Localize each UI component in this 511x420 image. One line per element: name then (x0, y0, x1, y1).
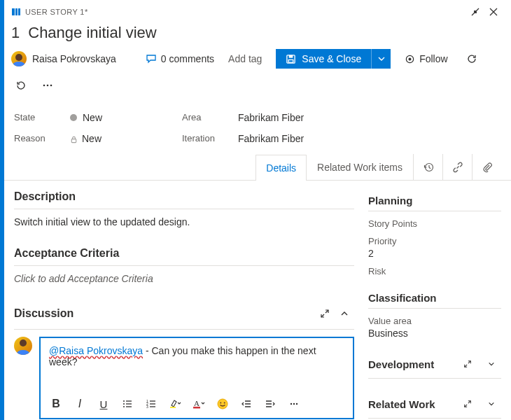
svg-rect-4 (289, 55, 293, 57)
svg-point-14 (123, 403, 125, 405)
editor-outdent-button[interactable] (237, 394, 256, 414)
discussion-collapse-icon[interactable] (335, 304, 354, 323)
related-work-heading: Related Work (368, 398, 454, 410)
editor-numbered-list-button[interactable]: 123 (141, 394, 161, 414)
editor-underline-button[interactable]: U (94, 394, 113, 414)
refresh-icon[interactable] (462, 49, 482, 69)
comments-label: 0 comments (161, 53, 214, 64)
state-field[interactable]: New (70, 112, 182, 123)
svg-point-10 (50, 85, 52, 87)
svg-point-26 (293, 403, 295, 405)
editor-indent-button[interactable] (260, 394, 280, 414)
work-item-type-icon (11, 7, 21, 17)
svg-point-23 (220, 402, 221, 404)
assignee-picker[interactable]: Raisa Pokrovskaya (11, 51, 116, 66)
comments-button[interactable]: 0 comments (146, 53, 214, 64)
tab-history-icon[interactable] (413, 154, 442, 180)
svg-rect-2 (18, 8, 20, 15)
description-heading: Description (14, 190, 354, 209)
editor-font-color-button[interactable]: A (189, 394, 209, 414)
editor-emoji-button[interactable] (213, 394, 232, 414)
save-and-close-button[interactable]: Save & Close (276, 49, 371, 69)
priority-field[interactable]: 2 (368, 248, 501, 259)
revert-icon[interactable] (11, 76, 31, 95)
add-tag-button[interactable]: Add tag (221, 50, 269, 67)
restore-window-icon[interactable] (468, 4, 483, 20)
value-area-field[interactable]: Business (368, 328, 501, 339)
svg-point-27 (296, 403, 298, 405)
iteration-field[interactable]: Fabrikam Fiber (238, 133, 501, 144)
planning-heading: Planning (368, 195, 501, 206)
editor-highlight-button[interactable] (165, 394, 185, 414)
development-expand-icon[interactable] (458, 354, 477, 374)
mention[interactable]: @Raisa Pokrovskaya (49, 345, 143, 356)
editor-bulleted-list-button[interactable] (118, 394, 137, 414)
svg-text:A: A (194, 399, 200, 407)
related-expand-icon[interactable] (458, 394, 477, 414)
assignee-name: Raisa Pokrovskaya (32, 53, 116, 64)
tab-related-work-items[interactable]: Related Work items (307, 154, 413, 180)
editor-more-button[interactable] (284, 394, 304, 414)
tab-details[interactable]: Details (255, 155, 307, 181)
save-button-label: Save & Close (302, 53, 361, 64)
svg-rect-19 (170, 407, 176, 408)
iteration-label: Iteration (182, 133, 238, 144)
svg-point-8 (43, 85, 46, 87)
tab-links-icon[interactable] (442, 154, 472, 180)
priority-label: Priority (368, 236, 501, 246)
development-heading: Development (368, 358, 454, 370)
acceptance-criteria-placeholder[interactable]: Click to add Acceptance Criteria (14, 273, 354, 284)
save-dropdown-button[interactable] (371, 49, 391, 69)
work-item-id: 1 (11, 24, 20, 42)
description-content[interactable]: Switch initial view to the updated desig… (14, 216, 354, 227)
value-area-label: Value area (368, 316, 501, 326)
svg-point-22 (218, 399, 227, 409)
svg-rect-11 (71, 139, 76, 142)
area-label: Area (182, 112, 238, 123)
development-chevron-icon[interactable] (482, 354, 501, 374)
follow-label: Follow (419, 53, 447, 64)
risk-label: Risk (368, 266, 501, 276)
state-label: State (14, 112, 70, 123)
state-dot-icon (70, 114, 77, 121)
more-actions-icon[interactable] (38, 76, 57, 95)
svg-rect-5 (289, 59, 294, 62)
svg-point-24 (224, 402, 225, 404)
discussion-editor[interactable]: @Raisa Pokrovskaya - Can you make this h… (39, 337, 354, 419)
work-item-title[interactable]: Change initial view (28, 24, 156, 42)
close-icon[interactable] (486, 4, 501, 20)
reason-field[interactable]: New (70, 133, 182, 144)
classification-heading: Classification (368, 292, 501, 304)
editor-bold-button[interactable]: B (46, 394, 66, 414)
svg-text:3: 3 (146, 405, 148, 409)
svg-point-15 (123, 406, 125, 407)
reason-label: Reason (14, 133, 70, 144)
work-item-type-label: USER STORY 1* (25, 8, 88, 16)
discussion-heading: Discussion (14, 307, 315, 320)
discussion-expand-icon[interactable] (315, 304, 335, 323)
svg-point-25 (290, 403, 292, 405)
follow-button[interactable]: Follow (398, 50, 454, 67)
svg-point-9 (47, 85, 49, 87)
editor-italic-button[interactable]: I (70, 394, 90, 414)
svg-point-7 (409, 58, 411, 60)
lock-icon (70, 136, 78, 144)
svg-point-13 (123, 400, 125, 402)
discussion-avatar (14, 337, 32, 355)
svg-rect-1 (15, 8, 18, 15)
svg-rect-0 (12, 8, 15, 15)
svg-rect-21 (193, 407, 200, 409)
avatar (11, 51, 27, 66)
related-chevron-icon[interactable] (482, 394, 501, 414)
area-field[interactable]: Fabrikam Fiber (238, 112, 501, 123)
tab-attachments-icon[interactable] (472, 154, 501, 180)
acceptance-criteria-heading: Acceptance Criteria (14, 247, 354, 266)
discussion-editor-content[interactable]: @Raisa Pokrovskaya - Can you make this h… (41, 338, 353, 390)
story-points-label: Story Points (368, 218, 501, 229)
